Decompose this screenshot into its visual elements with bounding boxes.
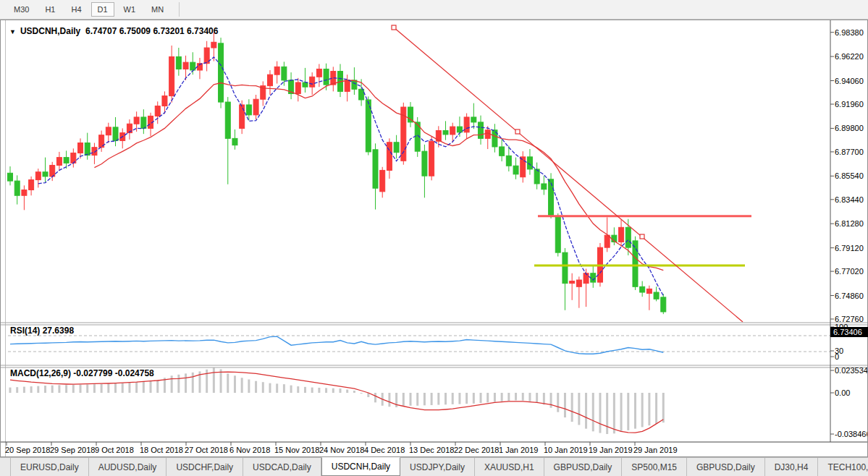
macd-bar [339, 388, 341, 393]
macd-bar [227, 373, 229, 393]
macd-bar [507, 393, 510, 401]
symbol-tabs: EURUSD,DailyAUDUSD,DailyUSDCHF,DailyUSDC… [10, 458, 868, 476]
tab-usdcad-daily[interactable]: USDCAD,Daily [243, 458, 321, 476]
macd-bar [641, 393, 644, 427]
symbol-dropdown-icon[interactable]: ▼ [9, 28, 16, 35]
symbol-tab-bar: EURUSD,DailyAUDUSD,DailyUSDCHF,DailyUSDC… [0, 457, 868, 476]
price-axis-label: 6.85540 [835, 171, 864, 180]
candle-body [211, 42, 216, 48]
timeframe-button-h1[interactable]: H1 [38, 2, 62, 17]
timeframe-button-h4[interactable]: H4 [64, 2, 88, 17]
candle-body [106, 127, 111, 135]
candle-body [274, 67, 279, 75]
macd-bar [480, 393, 482, 403]
date-axis-label[interactable]: 4 Dec 2018 [364, 446, 405, 454]
date-axis-label[interactable]: 15 Nov 2018 [274, 446, 319, 454]
macd-bar [388, 393, 390, 407]
descending-trendline[interactable] [394, 27, 743, 322]
tab-sp500-m15[interactable]: SP500,M15 [622, 458, 687, 476]
candle-body [50, 165, 55, 176]
macd-bar [528, 393, 531, 401]
price-axis-label: 6.77020 [835, 267, 864, 276]
macd-bar [599, 393, 601, 433]
tab-eurusd-daily[interactable]: EURUSD,Daily [10, 458, 89, 476]
macd-bar [361, 393, 363, 394]
tab-usdchf-daily[interactable]: USDCHF,Daily [167, 458, 243, 476]
macd-bar [473, 393, 475, 404]
macd-bar [634, 393, 636, 429]
tab-audusd-daily[interactable]: AUDUSD,Daily [89, 458, 167, 476]
macd-bar [128, 383, 130, 393]
candle-body [22, 190, 27, 195]
candle-body [394, 143, 399, 153]
tab-xauusd-h1[interactable]: XAUUSD,H1 [475, 458, 544, 476]
date-axis-label[interactable]: 29 Jan 2019 [633, 446, 678, 454]
macd-bar [564, 393, 566, 417]
macd-bar [101, 384, 103, 393]
macd-bar [424, 393, 426, 405]
macd-bar [494, 393, 496, 402]
tab-dj30-h4[interactable]: DJ30,H4 [765, 458, 819, 476]
candle-body [253, 99, 258, 115]
trendline-handle[interactable] [640, 234, 644, 239]
date-axis-label[interactable]: 29 Sep 2018 [50, 446, 95, 454]
candle-body [591, 273, 596, 282]
macd-bar [536, 393, 538, 402]
date-axis-label[interactable]: 13 Dec 2018 [409, 446, 454, 454]
candle-body [576, 280, 581, 286]
trendline-handle[interactable] [392, 25, 396, 30]
candle-body [619, 227, 624, 242]
candle-body [500, 147, 505, 156]
macd-bar [444, 393, 447, 404]
date-axis-label[interactable]: 19 Jan 2019 [589, 446, 633, 454]
candle-body [443, 131, 448, 135]
timeframe-button-m30[interactable]: M30 [7, 2, 35, 17]
macd-bar [452, 393, 454, 404]
macd-bar [620, 393, 623, 432]
date-axis-label[interactable]: 6 Nov 2018 [229, 446, 270, 454]
trendline-handle[interactable] [515, 129, 520, 134]
date-axis-label[interactable]: 18 Oct 2018 [140, 446, 183, 454]
candle-body [29, 180, 34, 190]
macd-bar [458, 393, 460, 404]
date-axis-label[interactable]: 9 Oct 2018 [95, 446, 134, 454]
candle-body [190, 62, 195, 70]
macd-bar [332, 388, 334, 393]
macd-bar [135, 382, 138, 393]
candle-body [310, 77, 315, 87]
date-axis-label[interactable]: 10 Jan 2019 [544, 446, 588, 454]
macd-bar [311, 388, 313, 393]
candle-body [373, 150, 378, 188]
macd-bar [37, 386, 39, 393]
tab-tech100-h1[interactable]: TECH100,H1 [818, 458, 868, 476]
candle-body [359, 89, 364, 100]
date-axis-label[interactable]: 27 Oct 2018 [185, 446, 228, 454]
macd-bar [65, 385, 67, 393]
date-axis-label[interactable]: 1 Jan 2019 [499, 446, 538, 454]
date-axis-label[interactable]: 22 Dec 2018 [454, 446, 499, 454]
macd-bar [627, 393, 629, 430]
macd-bar [606, 393, 608, 434]
panel-splitter-1[interactable] [1, 323, 867, 325]
date-axis-label[interactable]: 24 Nov 2018 [319, 446, 364, 454]
tab-usdcnh-daily[interactable]: USDCNH,Daily [321, 457, 400, 476]
macd-bar [318, 388, 320, 393]
macd-bar [114, 383, 117, 393]
macd-bar [86, 384, 88, 393]
timeframe-button-mn[interactable]: MN [145, 2, 170, 17]
panel-splitter-2[interactable] [1, 365, 867, 367]
tab-usdjpy-daily[interactable]: USDJPY,Daily [400, 458, 475, 476]
candle-body [562, 252, 568, 284]
timeframe-button-d1[interactable]: D1 [91, 2, 114, 17]
tab-gbpusd-daily[interactable]: GBPUSD,Daily [687, 458, 765, 476]
date-axis-label[interactable]: 20 Sep 2018 [5, 446, 50, 454]
macd-bar [592, 393, 594, 431]
macd-bar [325, 388, 327, 393]
chart-surface[interactable]: 6.983806.962206.940606.919606.898006.877… [1, 20, 867, 456]
candle-body [169, 56, 174, 95]
candle-body [267, 75, 272, 85]
candle-body [352, 80, 357, 89]
timeframe-button-w1[interactable]: W1 [117, 2, 143, 17]
price-axis-label: 6.98380 [835, 28, 864, 37]
tab-gbpusd-daily[interactable]: GBPUSD,Daily [544, 458, 623, 476]
